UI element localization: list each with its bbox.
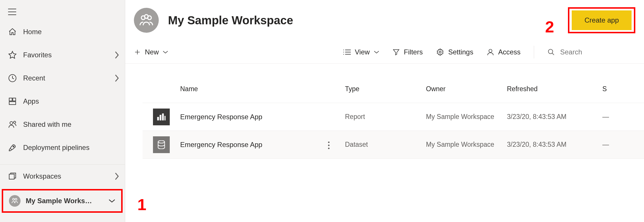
workspace-avatar: [9, 195, 21, 207]
home-icon: [8, 27, 17, 36]
settings-button[interactable]: Settings: [436, 48, 473, 56]
sidebar-item-home[interactable]: Home: [0, 20, 125, 43]
svg-rect-17: [160, 115, 161, 120]
search-icon: [547, 48, 555, 56]
new-button[interactable]: New: [134, 48, 168, 56]
workspaces-icon: [8, 172, 17, 181]
svg-point-22: [328, 144, 329, 146]
people-group-icon: [139, 13, 154, 28]
apps-icon: [8, 97, 17, 106]
item-type: Report: [345, 113, 426, 121]
main: My Sample Workspace Create app New View …: [125, 0, 644, 159]
svg-point-21: [328, 142, 329, 143]
chevron-down-icon: [108, 199, 115, 203]
svg-point-23: [328, 148, 329, 149]
table-row[interactable]: Emergency Response App Report My Sample …: [143, 103, 644, 131]
people-group-icon: [11, 197, 19, 205]
item-owner: My Sample Workspace: [426, 113, 507, 121]
item-refreshed: 3/23/20, 8:43:53 AM: [507, 113, 602, 121]
sidebar-item-label: Favorites: [23, 51, 115, 59]
item-name: Emergency Response App: [180, 113, 345, 121]
sidebar-item-apps[interactable]: Apps: [0, 90, 125, 113]
toolbar-label: New: [145, 48, 159, 56]
workspace-avatar-large: [134, 8, 159, 33]
svg-point-13: [439, 51, 441, 53]
rocket-icon: [8, 143, 17, 152]
item-refreshed: 3/23/20, 8:43:53 AM: [507, 141, 602, 148]
gear-icon: [436, 48, 444, 56]
svg-rect-7: [9, 174, 14, 179]
list-icon: [343, 49, 351, 55]
sidebar-item-label: Apps: [23, 97, 119, 105]
svg-point-14: [489, 49, 492, 52]
svg-point-8: [12, 198, 14, 200]
svg-rect-3: [9, 102, 16, 104]
sidebar-item-recent[interactable]: Recent: [0, 67, 125, 90]
col-refreshed[interactable]: Refreshed: [507, 85, 602, 93]
svg-rect-16: [157, 117, 159, 120]
sidebar-item-workspaces[interactable]: Workspaces: [0, 165, 125, 188]
svg-rect-2: [13, 98, 16, 101]
chevron-down-icon: [374, 50, 379, 54]
sidebar-item-label: Shared with me: [23, 120, 119, 129]
item-type: Dataset: [345, 141, 426, 148]
sidebar-item-label: Home: [23, 28, 119, 36]
toolbar-label: Access: [498, 48, 521, 56]
people-icon: [8, 120, 17, 129]
chevron-right-icon: [115, 51, 119, 59]
toolbar-label: Filters: [404, 48, 423, 56]
report-icon: [153, 109, 170, 125]
svg-rect-18: [162, 113, 164, 120]
hamburger-menu[interactable]: [0, 0, 125, 20]
view-button[interactable]: View: [343, 48, 379, 56]
chevron-down-icon: [163, 50, 168, 54]
annotation-box-2: Create app: [568, 7, 635, 33]
sidebar-item-shared[interactable]: Shared with me: [0, 113, 125, 136]
col-name[interactable]: Name: [180, 85, 345, 93]
more-button[interactable]: [328, 141, 330, 149]
current-workspace[interactable]: My Sample Works…: [2, 189, 123, 213]
star-icon: [8, 51, 17, 59]
toolbar-label: View: [355, 48, 370, 56]
annotation-1: 1: [137, 195, 146, 214]
svg-point-5: [14, 121, 16, 124]
svg-point-20: [158, 140, 165, 143]
col-s[interactable]: S: [602, 85, 620, 93]
svg-point-9: [15, 198, 17, 200]
toolbar-label: Settings: [448, 48, 473, 56]
more-vertical-icon: [328, 141, 330, 149]
toolbar-divider: [534, 46, 534, 58]
item-owner: My Sample Workspace: [426, 141, 507, 148]
item-s: —: [602, 141, 620, 148]
sidebar-item-label: Deployment pipelines: [23, 144, 119, 152]
svg-rect-1: [9, 98, 12, 101]
filters-button[interactable]: Filters: [392, 48, 423, 56]
col-owner[interactable]: Owner: [426, 85, 507, 93]
create-app-button[interactable]: Create app: [572, 10, 632, 30]
item-name: Emergency Response App: [180, 141, 345, 149]
sidebar-item-label: Workspaces: [23, 172, 115, 180]
table-row[interactable]: Emergency Response App Dataset My Sample…: [143, 131, 644, 159]
search-box[interactable]: [547, 48, 635, 56]
sidebar-item-favorites[interactable]: Favorites: [0, 43, 125, 67]
search-input[interactable]: [560, 48, 635, 56]
sidebar-item-label: Recent: [23, 74, 115, 82]
chevron-right-icon: [115, 173, 119, 180]
chevron-right-icon: [115, 74, 119, 82]
sidebar-item-pipelines[interactable]: Deployment pipelines: [0, 136, 125, 159]
dataset-icon: [153, 136, 170, 153]
current-workspace-label: My Sample Works…: [26, 197, 108, 205]
table-header: Name Type Owner Refreshed S: [143, 75, 644, 103]
svg-point-6: [13, 146, 14, 147]
person-icon: [487, 48, 494, 56]
sidebar: Home Favorites Recent Apps Shared with m…: [0, 0, 125, 222]
filter-icon: [392, 48, 400, 56]
svg-point-15: [548, 49, 553, 54]
svg-point-4: [10, 122, 13, 124]
access-button[interactable]: Access: [487, 48, 521, 56]
content-table: Name Type Owner Refreshed S Emergency Re…: [143, 75, 644, 159]
col-type[interactable]: Type: [345, 85, 426, 93]
item-s: —: [602, 113, 620, 121]
workspace-header: My Sample Workspace Create app: [125, 0, 644, 41]
plus-icon: [134, 49, 141, 56]
